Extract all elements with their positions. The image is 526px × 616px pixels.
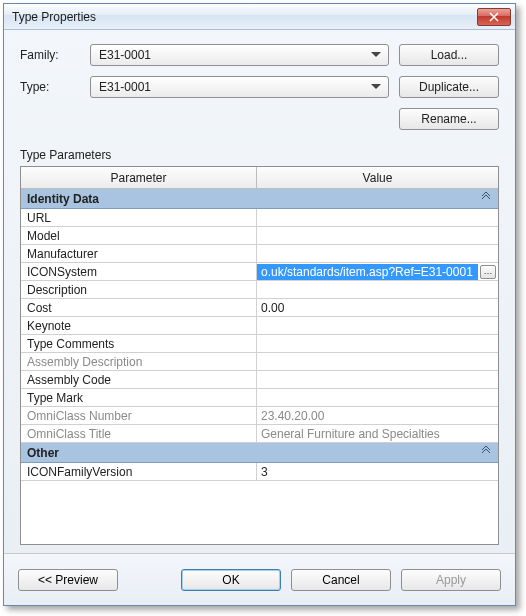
rename-row: Rename... [20, 108, 499, 130]
table-row[interactable]: ICONSystem o.uk/standards/item.asp?Ref=E… [21, 263, 498, 281]
table-row[interactable]: OmniClass Title General Furniture and Sp… [21, 425, 498, 443]
grid-body: Identity Data URL Model Manufacturer [21, 189, 498, 544]
param-name: Model [21, 227, 257, 244]
family-row: Family: E31-0001 Load... [20, 44, 499, 66]
table-row[interactable]: Manufacturer [21, 245, 498, 263]
close-button[interactable] [477, 8, 511, 26]
param-name: Type Mark [21, 389, 257, 406]
family-combo[interactable]: E31-0001 [90, 44, 389, 66]
param-value[interactable]: 0.00 [257, 299, 498, 316]
param-name: Keynote [21, 317, 257, 334]
duplicate-button[interactable]: Duplicate... [399, 76, 499, 98]
param-name: OmniClass Title [21, 425, 257, 442]
param-value[interactable] [257, 335, 498, 352]
apply-button[interactable]: Apply [401, 569, 501, 591]
param-value[interactable] [257, 317, 498, 334]
ok-button[interactable]: OK [181, 569, 281, 591]
group-other[interactable]: Other [21, 443, 498, 463]
param-value[interactable] [257, 245, 498, 262]
dialog-footer: << Preview OK Cancel Apply [4, 553, 515, 605]
column-value[interactable]: Value [257, 167, 498, 188]
collapse-icon [480, 445, 492, 460]
dialog-body: Family: E31-0001 Load... Type: E31-0001 … [4, 30, 515, 553]
table-row[interactable]: Assembly Description [21, 353, 498, 371]
browse-button[interactable]: … [480, 265, 496, 279]
param-value: General Furniture and Specialties [257, 425, 498, 442]
param-value[interactable] [257, 209, 498, 226]
table-row[interactable]: Description [21, 281, 498, 299]
parameters-grid: Parameter Value Identity Data URL Model [20, 166, 499, 545]
param-name: Manufacturer [21, 245, 257, 262]
param-name: URL [21, 209, 257, 226]
param-name: Cost [21, 299, 257, 316]
close-icon [489, 12, 499, 22]
param-name: ICONSystem [21, 263, 257, 280]
param-value[interactable] [257, 281, 498, 298]
param-value-selected[interactable]: o.uk/standards/item.asp?Ref=E31-0001 … [257, 263, 498, 280]
iconsystem-value: o.uk/standards/item.asp?Ref=E31-0001 [257, 264, 478, 280]
param-name: OmniClass Number [21, 407, 257, 424]
table-row[interactable]: Model [21, 227, 498, 245]
param-name: ICONFamilyVersion [21, 463, 257, 480]
group-identity-data[interactable]: Identity Data [21, 189, 498, 209]
param-name: Assembly Description [21, 353, 257, 370]
table-row[interactable]: Assembly Code [21, 371, 498, 389]
load-button[interactable]: Load... [399, 44, 499, 66]
family-value: E31-0001 [99, 48, 151, 62]
param-value[interactable] [257, 371, 498, 388]
table-row[interactable]: ICONFamilyVersion 3 [21, 463, 498, 481]
param-name: Type Comments [21, 335, 257, 352]
titlebar: Type Properties [4, 4, 515, 30]
param-name: Assembly Code [21, 371, 257, 388]
column-parameter[interactable]: Parameter [21, 167, 257, 188]
type-properties-dialog: Type Properties Family: E31-0001 Load...… [3, 3, 516, 606]
table-row[interactable]: URL [21, 209, 498, 227]
type-value: E31-0001 [99, 80, 151, 94]
cancel-button[interactable]: Cancel [291, 569, 391, 591]
table-row[interactable]: Keynote [21, 317, 498, 335]
type-parameters-label: Type Parameters [20, 148, 499, 162]
param-value [257, 353, 498, 370]
type-label: Type: [20, 80, 80, 94]
chevron-down-icon [368, 47, 384, 63]
rename-button[interactable]: Rename... [399, 108, 499, 130]
param-name: Description [21, 281, 257, 298]
param-value: 23.40.20.00 [257, 407, 498, 424]
table-row[interactable]: OmniClass Number 23.40.20.00 [21, 407, 498, 425]
chevron-down-icon [368, 79, 384, 95]
param-value[interactable] [257, 389, 498, 406]
preview-button[interactable]: << Preview [18, 569, 118, 591]
grid-header: Parameter Value [21, 167, 498, 189]
param-value[interactable] [257, 227, 498, 244]
collapse-icon [480, 191, 492, 206]
type-row: Type: E31-0001 Duplicate... [20, 76, 499, 98]
table-row[interactable]: Cost 0.00 [21, 299, 498, 317]
table-row[interactable]: Type Comments [21, 335, 498, 353]
type-combo[interactable]: E31-0001 [90, 76, 389, 98]
dialog-title: Type Properties [12, 10, 477, 24]
table-row[interactable]: Type Mark [21, 389, 498, 407]
param-value[interactable]: 3 [257, 463, 498, 480]
family-label: Family: [20, 48, 80, 62]
